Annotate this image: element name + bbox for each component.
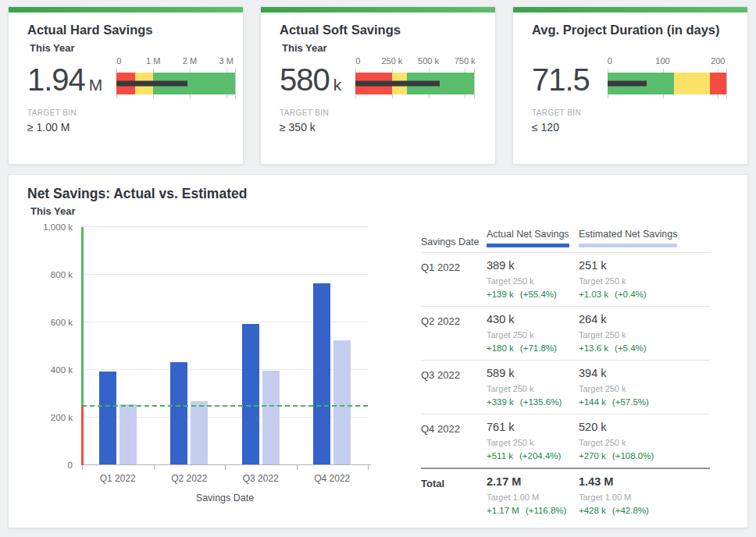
- delta-percent: (+55.4%): [520, 290, 557, 299]
- cell-delta: +428 k(+42.8%): [579, 505, 705, 516]
- bullet-tick-label: 1 M: [146, 56, 160, 66]
- actual-bar-Q2-2022[interactable]: [170, 362, 187, 464]
- estimated-bar-Q3-2022[interactable]: [262, 371, 280, 464]
- x-axis-label: Q1 2022: [100, 473, 136, 484]
- cell-delta: +139 k(+55.4%): [487, 289, 574, 300]
- delta-value: +270 k: [579, 451, 606, 461]
- y-axis-label: 0: [27, 461, 73, 471]
- cell-value: 589 k: [487, 367, 574, 380]
- kpi-content: Avg. Project Duration (in days) 71.5 010…: [513, 12, 747, 133]
- bullet-tick-label: 2 M: [183, 56, 197, 66]
- estimated-bar-Q4-2022[interactable]: [333, 340, 351, 464]
- kpi-subtitle: [534, 42, 733, 54]
- cell-value: 1.43 M: [579, 475, 705, 489]
- bullet-measure-bar: [116, 81, 187, 87]
- cell-target: Target 250 k: [487, 276, 574, 286]
- bar-chart-area: Savings Date 0200 k400 k600 k800 k1,000 …: [27, 218, 394, 516]
- column-header-inner: Estimated Net Savings: [579, 229, 677, 247]
- delta-value: +139 k: [487, 290, 514, 299]
- column-header-text: Estimated Net Savings: [579, 229, 677, 240]
- bullet-track: [355, 73, 474, 94]
- bullet-measure-bar: [608, 81, 647, 87]
- cell-target: Target 250 k: [487, 438, 574, 448]
- column-header-savings-date: Savings Date: [421, 229, 487, 252]
- table-row-label: Q1 2022: [421, 252, 487, 306]
- bullet-tick-label: 0: [608, 56, 612, 66]
- y-axis-label: 800 k: [27, 270, 73, 280]
- delta-value: +511 k: [487, 451, 513, 461]
- cell-value: 251 k: [579, 259, 705, 272]
- cell-value: 2.17 M: [487, 475, 574, 489]
- kpi-target-bin-value: ≤ 120: [532, 121, 733, 133]
- cell-target: Target 1.00 M: [487, 493, 574, 503]
- bullet-tick-label: 100: [655, 56, 669, 66]
- kpi-target-bin-label: TARGET BIN: [27, 108, 229, 117]
- cell-delta: +1.17 M(+116.8%): [487, 505, 574, 516]
- actual-bar-Q4-2022[interactable]: [313, 283, 330, 464]
- estimated-cell: 251 kTarget 250 k+1.03 k(+0.4%): [579, 252, 710, 306]
- bullet-measure-bar: [355, 81, 440, 87]
- table-row-label: Q3 2022: [421, 360, 487, 414]
- column-header-inner: Savings Date: [421, 236, 479, 247]
- delta-percent: (+5.4%): [615, 343, 647, 353]
- delta-percent: (+108.0%): [612, 451, 654, 461]
- x-axis-tick: [225, 465, 226, 470]
- estimated-cell: 520 kTarget 250 k+270 k(+108.0%): [579, 414, 710, 468]
- legend-underline-estimated: [579, 244, 677, 247]
- y-axis-red-segment: [81, 406, 84, 465]
- x-axis-tick: [154, 465, 155, 470]
- cell-target: Target 250 k: [487, 330, 574, 340]
- delta-value: +1.17 M: [487, 506, 519, 515]
- cell-delta: +13.6 k(+5.4%): [579, 343, 705, 354]
- kpi-value-suffix: k: [333, 76, 342, 94]
- bullet-scale-end-tick: [726, 69, 727, 98]
- estimated-bar-Q2-2022[interactable]: [191, 401, 208, 464]
- plot: [82, 227, 368, 465]
- actual-cell: 389 kTarget 250 k+139 k(+55.4%): [487, 252, 579, 306]
- cell-delta: +144 k(+57.5%): [579, 397, 705, 407]
- actual-cell: 2.17 MTarget 1.00 M+1.17 M(+116.8%): [487, 468, 579, 522]
- card-accent-bar: [9, 7, 243, 12]
- x-axis-label: Q2 2022: [171, 473, 207, 484]
- kpi-value-row: 580k 0250 k500 k750 k: [280, 56, 481, 103]
- estimated-cell: 1.43 MTarget 1.00 M+428 k(+42.8%): [579, 468, 710, 522]
- bullet-chart-soft-savings: 0250 k500 k750 k: [355, 56, 474, 101]
- delta-percent: (+135.6%): [520, 397, 562, 407]
- actual-bar-Q3-2022[interactable]: [242, 324, 259, 464]
- kpi-value-number: 1.94: [27, 62, 85, 97]
- column-header-inner: Actual Net Savings: [487, 229, 569, 247]
- column-header-estimated: Estimated Net Savings: [579, 229, 710, 252]
- kpi-value-number: 580: [280, 62, 330, 97]
- delta-value: +428 k: [579, 506, 606, 515]
- y-axis-label: 1,000 k: [27, 222, 73, 233]
- cell-target: Target 250 k: [579, 276, 705, 286]
- cell-value: 394 k: [579, 367, 705, 380]
- delta-percent: (+204.4%): [519, 451, 561, 461]
- actual-cell: 589 kTarget 250 k+339 k(+135.6%): [487, 360, 579, 414]
- column-header-text: Savings Date: [421, 236, 479, 247]
- kpi-value-row: 71.5 0100200: [532, 56, 733, 103]
- bullet-tick-label: 0: [116, 56, 121, 66]
- cell-target: Target 1.00 M: [579, 493, 705, 503]
- delta-value: +1.03 k: [579, 290, 608, 299]
- cell-target: Target 250 k: [579, 438, 705, 448]
- cell-delta: +511 k(+204.4%): [487, 450, 574, 461]
- estimated-bar-Q1-2022[interactable]: [119, 404, 137, 464]
- kpi-target-bin-label: TARGET BIN: [532, 108, 733, 117]
- delta-value: +144 k: [579, 397, 606, 407]
- cell-delta: +270 k(+108.0%): [579, 450, 705, 461]
- actual-cell: 430 kTarget 250 k+180 k(+71.8%): [487, 306, 579, 360]
- cell-value: 264 k: [579, 313, 705, 326]
- estimated-cell: 394 kTarget 250 k+144 k(+57.5%): [579, 360, 710, 414]
- x-axis-label: Q4 2022: [314, 473, 350, 484]
- delta-percent: (+0.4%): [615, 290, 647, 299]
- card-accent-bar: [261, 7, 495, 12]
- net-savings-card: Net Savings: Actual vs. Estimated This Y…: [8, 174, 748, 528]
- actual-bar-Q1-2022[interactable]: [99, 372, 116, 464]
- card-accent-bar: [513, 7, 747, 12]
- delta-percent: (+116.8%): [526, 506, 567, 515]
- y-axis-label: 200 k: [27, 413, 73, 423]
- kpi-target-bin-value: ≥ 350 k: [280, 121, 481, 133]
- kpi-content: Actual Soft Savings This Year 580k 0250 …: [261, 12, 495, 133]
- chart-and-table-row: Savings Date 0200 k400 k600 k800 k1,000 …: [27, 218, 729, 522]
